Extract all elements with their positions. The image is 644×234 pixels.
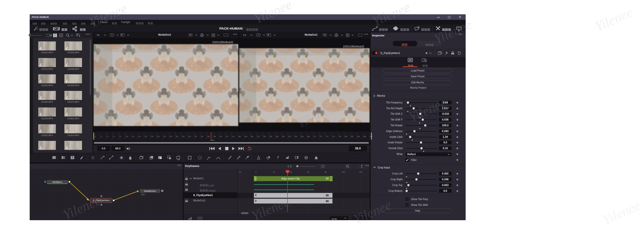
svg-text:T: T (277, 156, 279, 159)
svg-text:T: T (72, 156, 73, 159)
